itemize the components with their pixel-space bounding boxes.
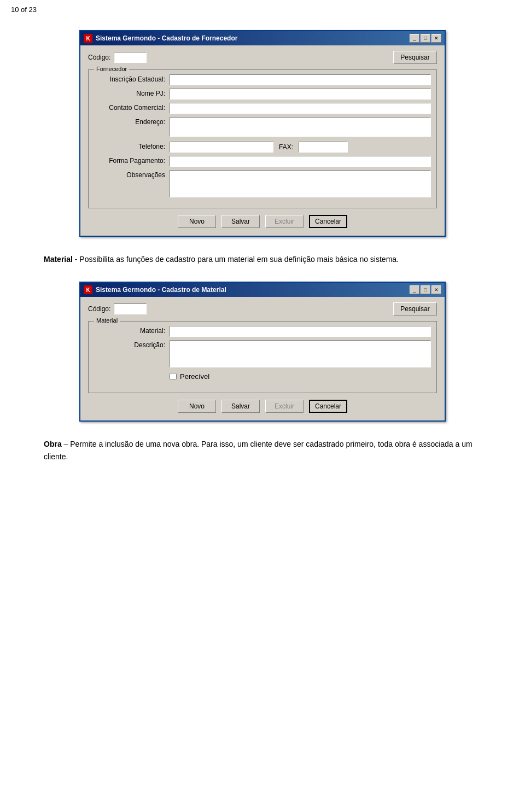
perecivel-checkbox-group: Perecível (170, 372, 209, 381)
material-minimize-button[interactable]: _ (410, 285, 419, 294)
fax-label: FAX: (279, 143, 293, 151)
fornecedor-window-container: K Sistema Germondo - Cadastro de Fornece… (11, 30, 514, 237)
pesquisar-button-material[interactable]: Pesquisar (393, 302, 437, 316)
endereco-label: Endereço: (94, 117, 165, 126)
telefone-fax-group: FAX: (170, 142, 431, 153)
fornecedor-group-box: Fornecedor Inscrição Estadual: Nome PJ: (88, 69, 437, 208)
material-group-box: Material Material: Descrição: (88, 321, 437, 393)
material-maximize-button[interactable]: □ (421, 285, 430, 294)
inscricao-field (170, 74, 431, 85)
forma-pag-label: Forma Pagamento: (94, 156, 165, 165)
material-description: Material - Possibilita as funções de cad… (44, 253, 481, 265)
cancelar-button-material[interactable]: Cancelar (309, 400, 347, 413)
forma-pag-row: Forma Pagamento: (94, 156, 431, 167)
obra-description: Obra – Permite a inclusão de uma nova ob… (44, 438, 481, 463)
fornecedor-title-text: Sistema Germondo - Cadastro de Fornecedo… (96, 34, 237, 42)
endereco-field (170, 117, 431, 138)
nome-pj-label: Nome PJ: (94, 89, 165, 97)
nome-pj-input[interactable] (170, 89, 431, 100)
contato-label: Contato Comercial: (94, 103, 165, 112)
codigo-label: Código: (88, 54, 110, 61)
material-window: K Sistema Germondo - Cadastro de Materia… (79, 282, 446, 422)
material-body: Código: Pesquisar Material Material: Des (80, 297, 445, 420)
material-input[interactable] (170, 326, 431, 337)
obra-dash: – (62, 440, 71, 448)
material-bold-label: Material (44, 255, 73, 264)
material-window-controls: _ □ ✕ (410, 285, 441, 294)
fornecedor-title-group: K Sistema Germondo - Cadastro de Fornece… (84, 34, 237, 43)
material-buttons: Novo Salvar Excluir Cancelar (88, 400, 437, 413)
nome-pj-field (170, 89, 431, 100)
material-title-group: K Sistema Germondo - Cadastro de Materia… (84, 285, 226, 294)
endereco-input[interactable] (170, 117, 431, 137)
forma-pag-input[interactable] (170, 156, 431, 167)
material-window-icon: K (84, 285, 92, 294)
fornecedor-window: K Sistema Germondo - Cadastro de Fornece… (79, 30, 446, 237)
novo-button-fornecedor[interactable]: Novo (178, 215, 216, 228)
codigo-field-group: Código: (88, 52, 147, 63)
material-codigo-input[interactable] (114, 303, 147, 314)
observacoes-row: Observações (94, 170, 431, 199)
observacoes-field (170, 170, 431, 199)
pesquisar-button-fornecedor[interactable]: Pesquisar (393, 51, 437, 64)
fornecedor-maximize-button[interactable]: □ (421, 34, 430, 43)
nome-pj-row: Nome PJ: (94, 89, 431, 100)
fornecedor-group-label: Fornecedor (94, 66, 129, 72)
descricao-field (170, 340, 431, 369)
material-top-row: Código: Pesquisar (88, 302, 437, 316)
excluir-button-material[interactable]: Excluir (265, 400, 304, 413)
material-codigo-label: Código: (88, 305, 110, 313)
contato-input[interactable] (170, 103, 431, 114)
fornecedor-window-controls: _ □ ✕ (410, 34, 441, 43)
telefone-input[interactable] (170, 142, 273, 153)
material-titlebar: K Sistema Germondo - Cadastro de Materia… (80, 283, 445, 297)
forma-pag-field (170, 156, 431, 167)
perecivel-label: Perecível (180, 372, 209, 381)
endereco-row: Endereço: (94, 117, 431, 138)
inscricao-input[interactable] (170, 74, 431, 85)
fornecedor-buttons: Novo Salvar Excluir Cancelar (88, 215, 437, 228)
obra-description-text: Permite a inclusão de uma nova obra. Par… (44, 440, 472, 460)
material-group-label: Material (94, 317, 120, 324)
material-field-row: Material: (94, 326, 431, 337)
contato-field (170, 103, 431, 114)
telefone-row: Telefone: FAX: (94, 142, 431, 153)
perecivel-empty-label (94, 372, 165, 373)
observacoes-label: Observações (94, 170, 165, 179)
salvar-button-fornecedor[interactable]: Salvar (221, 215, 260, 228)
cancelar-button-fornecedor[interactable]: Cancelar (309, 215, 347, 228)
fornecedor-minimize-button[interactable]: _ (410, 34, 419, 43)
observacoes-input[interactable] (170, 170, 431, 197)
codigo-input[interactable] (114, 52, 147, 63)
fornecedor-body: Código: Pesquisar Fornecedor Inscrição E… (80, 45, 445, 236)
contato-row: Contato Comercial: (94, 103, 431, 114)
material-description-text: - Possibilita as funções de cadastro par… (73, 255, 399, 264)
salvar-button-material[interactable]: Salvar (221, 400, 260, 413)
telefone-fax-inline: FAX: (170, 142, 431, 153)
material-field (170, 326, 431, 337)
perecivel-checkbox[interactable] (170, 373, 177, 380)
descricao-row: Descrição: (94, 340, 431, 369)
fornecedor-top-row: Código: Pesquisar (88, 51, 437, 64)
fornecedor-titlebar: K Sistema Germondo - Cadastro de Fornece… (80, 31, 445, 45)
descricao-input[interactable] (170, 340, 431, 367)
perecivel-row: Perecível (94, 372, 431, 384)
fax-input[interactable] (299, 142, 348, 153)
material-window-container: K Sistema Germondo - Cadastro de Materia… (11, 282, 514, 422)
material-codigo-field-group: Código: (88, 303, 147, 314)
descricao-label: Descrição: (94, 340, 165, 349)
inscricao-label: Inscrição Estadual: (94, 74, 165, 83)
novo-button-material[interactable]: Novo (178, 400, 216, 413)
page-counter: 10 of 23 (11, 5, 514, 14)
material-field-label: Material: (94, 326, 165, 335)
fornecedor-window-icon: K (84, 34, 92, 43)
excluir-button-fornecedor[interactable]: Excluir (265, 215, 304, 228)
telefone-label: Telefone: (94, 142, 165, 150)
material-title-text: Sistema Germondo - Cadastro de Material (96, 286, 226, 294)
fornecedor-close-button[interactable]: ✕ (431, 34, 441, 43)
material-close-button[interactable]: ✕ (431, 285, 441, 294)
obra-bold-label: Obra (44, 440, 62, 448)
inscricao-row: Inscrição Estadual: (94, 74, 431, 85)
